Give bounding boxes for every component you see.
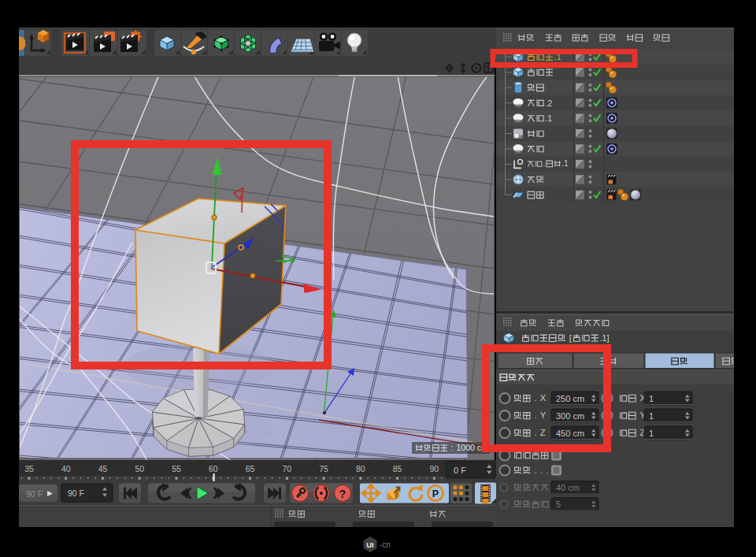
- svg-text:.: .: [546, 466, 548, 475]
- svg-text:65: 65: [246, 464, 255, 473]
- svg-text:70: 70: [282, 464, 291, 473]
- svg-text:40 cm: 40 cm: [556, 483, 580, 492]
- svg-text:1: 1: [649, 394, 654, 403]
- svg-text:.: .: [534, 393, 536, 403]
- svg-text:1: 1: [649, 429, 654, 438]
- svg-text:Z: Z: [540, 428, 546, 437]
- svg-text:35: 35: [24, 464, 34, 473]
- svg-text:-cn: -cn: [380, 540, 391, 549]
- svg-text:Y: Y: [540, 410, 547, 420]
- svg-text:75: 75: [319, 464, 328, 473]
- svg-text:55: 55: [172, 464, 181, 473]
- svg-text:UI: UI: [366, 540, 374, 549]
- svg-text:250 cm: 250 cm: [556, 394, 584, 403]
- svg-text:.: .: [534, 466, 536, 475]
- svg-text:.1]: .1]: [599, 333, 610, 343]
- svg-text:X: X: [540, 393, 547, 403]
- svg-text:90 F: 90 F: [26, 489, 43, 499]
- svg-text:.1: .1: [561, 159, 569, 168]
- svg-text:50: 50: [135, 464, 144, 473]
- svg-text:45: 45: [98, 464, 108, 473]
- svg-text:1000: 1000: [457, 443, 476, 452]
- svg-text:300 cm: 300 cm: [556, 411, 584, 421]
- svg-text::: :: [451, 443, 454, 452]
- svg-text:450 cm: 450 cm: [556, 429, 584, 438]
- svg-text:?: ?: [339, 488, 346, 500]
- svg-text:5: 5: [556, 499, 561, 509]
- svg-text:90 F: 90 F: [68, 488, 84, 498]
- svg-text:80: 80: [356, 464, 365, 473]
- svg-text:.: .: [534, 410, 536, 420]
- svg-text:.1: .1: [545, 113, 552, 123]
- svg-text:.: .: [540, 466, 543, 475]
- svg-text:0 F: 0 F: [454, 466, 466, 475]
- svg-text:P: P: [432, 488, 439, 499]
- svg-text:85: 85: [393, 464, 402, 473]
- svg-text:.: .: [534, 428, 536, 437]
- svg-text:40: 40: [61, 464, 71, 473]
- svg-text:60: 60: [209, 464, 218, 473]
- svg-text:.: .: [543, 159, 545, 168]
- svg-text:1: 1: [649, 411, 654, 421]
- svg-text:.2: .2: [545, 98, 552, 108]
- svg-text:90: 90: [429, 464, 439, 473]
